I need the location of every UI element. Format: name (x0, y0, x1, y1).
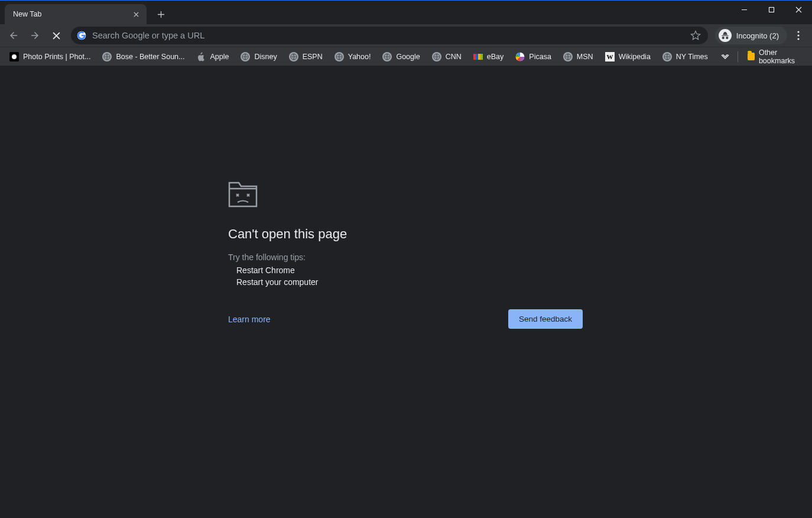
svg-point-5 (797, 34, 799, 36)
svg-rect-0 (769, 7, 774, 12)
bookmark-label: Wikipedia (619, 53, 651, 61)
bookmark-item[interactable]: eBay (469, 50, 509, 64)
bookmark-item[interactable]: ESPN (284, 50, 327, 64)
bookmark-star-icon[interactable] (689, 29, 702, 42)
incognito-indicator[interactable]: Incognito (2) (715, 27, 787, 44)
error-subtitle: Try the following tips: (228, 252, 583, 262)
error-title: Can't open this page (228, 226, 583, 242)
incognito-label: Incognito (2) (736, 31, 779, 40)
bookmark-item[interactable]: NY Times (658, 50, 713, 64)
bookmark-label: ESPN (303, 53, 323, 61)
bookmark-item[interactable]: MSN (558, 50, 598, 64)
chrome-menu-button[interactable] (788, 27, 808, 44)
google-icon (77, 31, 86, 40)
toolbar: Incognito (2) (0, 24, 812, 47)
page-content: Can't open this page Try the following t… (0, 66, 812, 518)
error-tip: Restart your computer (236, 277, 583, 287)
tab-title: New Tab (13, 10, 41, 18)
bookmark-label: Disney (254, 53, 277, 61)
folder-icon (748, 53, 755, 60)
svg-rect-18 (480, 54, 483, 60)
bookmark-label: Google (396, 53, 420, 61)
globe-icon (289, 52, 298, 61)
close-tab-icon[interactable] (131, 9, 141, 19)
photo-icon (9, 52, 19, 61)
bookmark-label: CNN (446, 53, 462, 61)
bookmark-label: Picasa (529, 53, 551, 61)
error-actions: Learn more Send feedback (228, 309, 583, 329)
bookmark-label: Bose - Better Soun... (116, 53, 184, 61)
minimize-button[interactable] (730, 1, 758, 18)
forward-button[interactable] (25, 27, 45, 44)
svg-point-8 (12, 54, 17, 59)
globe-icon (241, 52, 250, 61)
svg-text:W: W (606, 53, 613, 60)
bookmark-label: NY Times (676, 53, 708, 61)
titlebar: New Tab (0, 1, 812, 24)
bookmark-item[interactable]: Bose - Better Soun... (98, 50, 189, 64)
svg-rect-15 (473, 54, 476, 60)
bookmark-item[interactable]: Picasa (511, 50, 556, 64)
send-feedback-button[interactable]: Send feedback (508, 309, 583, 329)
bookmark-item[interactable]: Disney (236, 50, 281, 64)
globe-icon (662, 52, 672, 61)
picasa-icon (515, 52, 525, 61)
incognito-icon (719, 29, 732, 42)
bookmark-label: Apple (210, 53, 229, 61)
bookmarks-bar: Photo Prints | Phot... Bose - Better Sou… (0, 47, 812, 66)
other-bookmarks-label: Other bookmarks (759, 48, 803, 65)
bookmark-item[interactable]: Google (378, 50, 424, 64)
bookmark-item[interactable]: Photo Prints | Phot... (5, 50, 95, 64)
error-tips-list: Restart Chrome Restart your computer (228, 266, 583, 287)
window-controls (730, 1, 812, 20)
bookmark-item[interactable]: Yahoo! (330, 50, 376, 64)
new-tab-button[interactable] (152, 6, 169, 22)
bookmark-item[interactable]: CNN (427, 50, 466, 64)
globe-icon (102, 52, 112, 61)
bookmark-item[interactable]: W Wikipedia (600, 50, 655, 64)
omnibox[interactable] (71, 27, 708, 44)
other-bookmarks-button[interactable]: Other bookmarks (743, 46, 807, 67)
address-input[interactable] (92, 31, 683, 40)
error-container: Can't open this page Try the following t… (228, 182, 583, 329)
bookmark-item[interactable]: Apple (191, 50, 233, 64)
bookmark-label: Yahoo! (348, 53, 371, 61)
ebay-icon (473, 52, 483, 61)
close-window-button[interactable] (785, 1, 812, 18)
back-button[interactable] (4, 27, 24, 44)
svg-point-6 (797, 38, 799, 40)
wikipedia-icon: W (605, 52, 615, 61)
divider (738, 51, 738, 62)
bookmark-label: Photo Prints | Phot... (23, 53, 90, 61)
browser-tab[interactable]: New Tab (5, 4, 147, 24)
sad-folder-icon (228, 182, 583, 210)
learn-more-link[interactable]: Learn more (228, 315, 271, 324)
svg-point-4 (797, 31, 799, 33)
svg-rect-17 (478, 54, 480, 60)
globe-icon (382, 52, 392, 61)
globe-icon (334, 52, 344, 61)
bookmarks-overflow-button[interactable] (717, 50, 733, 63)
error-tip: Restart Chrome (236, 266, 583, 275)
apple-icon (196, 52, 206, 61)
svg-rect-16 (476, 54, 478, 60)
stop-reload-button[interactable] (46, 27, 66, 44)
globe-icon (432, 52, 441, 61)
globe-icon (563, 52, 573, 61)
bookmark-label: eBay (487, 53, 504, 61)
maximize-button[interactable] (758, 1, 785, 18)
bookmark-label: MSN (577, 53, 593, 61)
